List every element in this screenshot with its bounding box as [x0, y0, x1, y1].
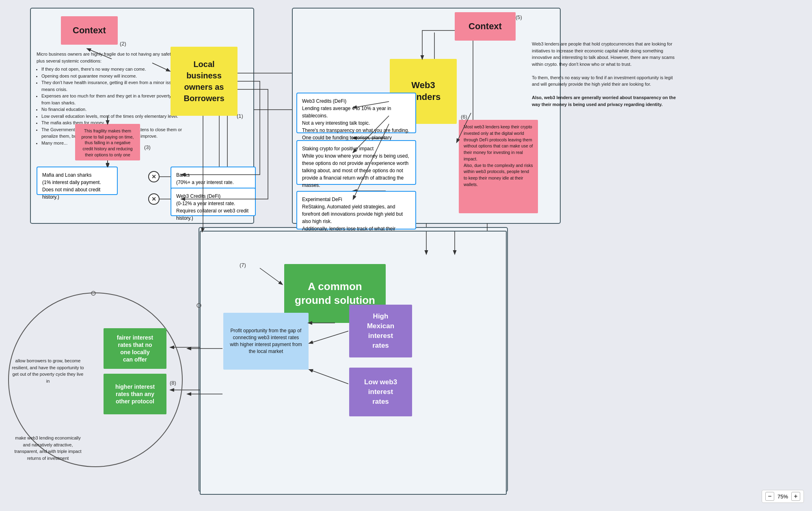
circle-text-left: allow borrowers to grow, become resilien…	[11, 357, 84, 384]
context-left-num: (2)	[120, 41, 126, 47]
common-ground-num: (7)	[240, 262, 246, 268]
local-business-num: (1)	[237, 113, 243, 119]
zoom-controls: − 75% +	[762, 490, 804, 503]
context-right-num: (5)	[516, 14, 522, 20]
context-right-sticky: Context	[455, 12, 516, 41]
high-mexican-rates: High Mexican interest rates	[349, 305, 412, 357]
circle-text-bottom: make web3 lending economically and narra…	[11, 435, 84, 461]
right-pink-note: Most web3 lenders keep their crypto inve…	[459, 120, 538, 213]
banks-box: Banks (70%+ a year interest rate. Requir…	[171, 167, 256, 191]
x-marker-web3: ✕	[148, 193, 160, 205]
profit-note: Profit opportunity from the gap of conne…	[223, 313, 309, 370]
web3-credits-defi-box: Web3 Credits (DeFi) Lending rates averag…	[296, 93, 416, 133]
right-pink-num: (6)	[461, 114, 467, 120]
low-web3-rates: Low web3 interest rates	[349, 368, 412, 416]
zoom-in-button[interactable]: +	[791, 492, 800, 501]
experimental-defi-box: Experimental DeFi ReStaking, Automated y…	[296, 191, 416, 230]
web3-credits-left-box: Web3 Credits (DeFi) (0-12% a year intere…	[171, 188, 256, 216]
higher-rates-sticky: higher interest rates than any other pro…	[104, 374, 166, 414]
context-right-body: Web3 lenders are people that hold crypto…	[532, 41, 678, 108]
staking-box: Staking crypto for positive impact While…	[296, 140, 416, 185]
zoom-level: 75%	[777, 494, 788, 500]
zoom-out-button[interactable]: −	[765, 492, 774, 501]
x-marker-banks: ✕	[148, 171, 160, 182]
mafia-box: Mafia and Loan sharks (1% interest daily…	[37, 167, 118, 195]
fairer-rates-sticky: fairer interest rates that no one locall…	[104, 328, 166, 369]
fragility-note: This fragility makes them prone to fail …	[75, 124, 140, 160]
context-left-sticky: Context	[61, 16, 118, 45]
higher-rates-num: (8)	[170, 380, 176, 386]
local-business-sticky: Local business owners as Borrowers	[171, 47, 238, 116]
fragility-num: (3)	[144, 144, 151, 150]
